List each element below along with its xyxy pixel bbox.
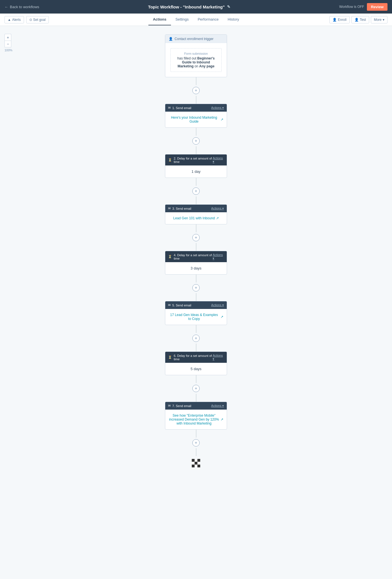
delay-card-2: ⏳ 2. Delay for a set amount of time Acti… — [165, 154, 227, 178]
add-button-4[interactable]: + — [192, 234, 200, 241]
connector-6: + — [192, 325, 200, 352]
svg-rect-2 — [197, 459, 200, 462]
add-button-2[interactable]: + — [192, 137, 200, 145]
external-link-icon-3: ↗ — [216, 216, 219, 220]
person-trigger-icon: 👤 — [169, 37, 173, 41]
svg-rect-5 — [197, 462, 200, 465]
delay-body-6: 5 days — [165, 363, 227, 375]
workflow-canvas: 👤 Contact enrollment trigger Form submis… — [0, 26, 392, 579]
trigger-body[interactable]: Form submission has filled out Beginner'… — [170, 48, 222, 72]
vert-line — [196, 96, 196, 104]
end-checkerboard-icon — [192, 459, 200, 467]
actions-dropdown-1[interactable]: Actions ▾ — [211, 106, 224, 110]
action-link-7[interactable]: See how "Enterprise Mobile" increased De… — [169, 414, 223, 425]
actions-dropdown-7[interactable]: Actions ▾ — [211, 404, 224, 408]
vert-line — [196, 394, 196, 402]
vert-line — [196, 375, 196, 383]
svg-rect-8 — [197, 465, 200, 467]
zoom-out-button[interactable]: − — [5, 41, 11, 47]
sub-nav-left: ▲ Alerts ⊙ Set goal — [5, 16, 49, 23]
vert-line — [196, 293, 196, 301]
workflow-status: Workflow is OFF — [339, 5, 364, 9]
actions-dropdown-6[interactable]: Actions ▾ — [213, 354, 224, 361]
vert-line — [196, 224, 196, 232]
add-button-3[interactable]: + — [192, 187, 200, 195]
add-button-7[interactable]: + — [192, 385, 200, 392]
form-submission-text: has filled out Beginner's Guide to Inbou… — [174, 56, 218, 68]
hourglass-icon-2: ⏳ — [168, 158, 172, 162]
sub-nav: ▲ Alerts ⊙ Set goal Actions Settings Per… — [0, 14, 392, 26]
zoom-in-button[interactable]: + — [5, 34, 11, 41]
actions-dropdown-3[interactable]: Actions ▾ — [211, 207, 224, 210]
back-to-workflows[interactable]: ← Back to workflows — [5, 5, 39, 9]
svg-rect-7 — [195, 465, 197, 467]
test-icon: 👤 — [354, 18, 359, 22]
delay-card-6: ⏳ 6. Delay for a set amount of time Acti… — [165, 352, 227, 375]
alerts-button[interactable]: ▲ Alerts — [5, 16, 24, 23]
action-body-1: Here's your Inbound Marketing Guide ↗ — [165, 112, 227, 127]
email-icon-1: ✉ — [168, 106, 171, 110]
action-card-5: ✉ 5. Send email Actions ▾ 17 Lead Gen Id… — [165, 301, 227, 325]
top-nav-right: Workflow is OFF Review — [339, 3, 387, 11]
delay-card-4: ⏳ 4. Delay for a set amount of time Acti… — [165, 251, 227, 275]
action-link-5[interactable]: 17 Lead Gen Ideas & Examples to Copy ↗ — [169, 313, 223, 321]
svg-rect-4 — [195, 462, 197, 465]
set-goal-button[interactable]: ⊙ Set goal — [26, 16, 49, 23]
add-button-1[interactable]: + — [192, 87, 200, 94]
add-button-5[interactable]: + — [192, 284, 200, 291]
svg-rect-0 — [192, 459, 195, 462]
form-label: Form submission — [174, 52, 218, 55]
workflow-end-icon — [192, 459, 200, 469]
tab-bar: Actions Settings Performance History — [148, 14, 244, 25]
alert-icon: ▲ — [8, 18, 11, 22]
zoom-controls: + − 100% — [5, 34, 12, 52]
enroll-button[interactable]: 👤 Enroll — [329, 16, 350, 23]
tab-settings[interactable]: Settings — [171, 14, 193, 25]
external-link-icon-1: ↗ — [221, 118, 223, 121]
actions-dropdown-4[interactable]: Actions ▾ — [213, 253, 224, 260]
vert-line — [196, 448, 196, 456]
action-card-3: ✉ 3. Send email Actions ▾ Lead Gen 101 w… — [165, 204, 227, 224]
connector-1: + — [192, 77, 200, 104]
action-body-7: See how "Enterprise Mobile" increased De… — [165, 410, 227, 429]
person-icon: 👤 — [332, 18, 337, 22]
goal-icon: ⊙ — [29, 18, 32, 22]
tab-performance[interactable]: Performance — [193, 14, 223, 25]
action-link-3[interactable]: Lead Gen 101 with Inbound ↗ — [169, 216, 223, 220]
tab-history[interactable]: History — [223, 14, 243, 25]
tab-actions[interactable]: Actions — [148, 14, 171, 25]
action-card-7: ✉ 7. Send email Actions ▾ See how "Enter… — [165, 402, 227, 430]
external-link-icon-7: ↗ — [221, 417, 223, 421]
add-button-final[interactable]: + — [192, 439, 200, 447]
actions-dropdown-2[interactable]: Actions ▾ — [213, 156, 224, 163]
connector-2: + — [192, 128, 200, 154]
vert-line — [196, 243, 196, 251]
test-button[interactable]: 👤 Test — [351, 16, 369, 23]
delay-header-6: ⏳ 6. Delay for a set amount of time Acti… — [165, 352, 227, 363]
sub-nav-right: 👤 Enroll 👤 Test More ▾ — [329, 16, 387, 23]
delay-body-2: 1 day — [165, 165, 227, 178]
hourglass-icon-4: ⏳ — [168, 255, 172, 258]
vert-line — [196, 77, 196, 85]
vert-line — [196, 128, 196, 136]
external-link-icon-5: ↗ — [221, 315, 223, 319]
review-button[interactable]: Review — [367, 3, 387, 11]
chevron-left-icon: ← — [5, 5, 8, 9]
zoom-level: 100% — [5, 48, 12, 52]
chevron-down-icon: ▾ — [383, 18, 384, 22]
delay-header-2: ⏳ 2. Delay for a set amount of time Acti… — [165, 154, 227, 165]
add-button-6[interactable]: + — [192, 335, 200, 342]
action-link-1[interactable]: Here's your Inbound Marketing Guide ↗ — [169, 116, 223, 123]
action-header-3: ✉ 3. Send email Actions ▾ — [165, 205, 227, 212]
vert-line — [196, 196, 196, 204]
actions-dropdown-5[interactable]: Actions ▾ — [211, 303, 224, 307]
top-nav: ← Back to workflows Topic Workflow - "In… — [0, 0, 392, 14]
trigger-header: 👤 Contact enrollment trigger — [165, 35, 227, 43]
action-card-1: ✉ 1. Send email Actions ▾ Here's your In… — [165, 104, 227, 128]
edit-icon[interactable]: ✎ — [227, 5, 230, 9]
trigger-card: 👤 Contact enrollment trigger Form submis… — [165, 34, 227, 77]
email-icon-5: ✉ — [168, 303, 171, 307]
vert-line — [196, 146, 196, 154]
more-button[interactable]: More ▾ — [371, 16, 387, 23]
svg-rect-6 — [192, 465, 195, 467]
